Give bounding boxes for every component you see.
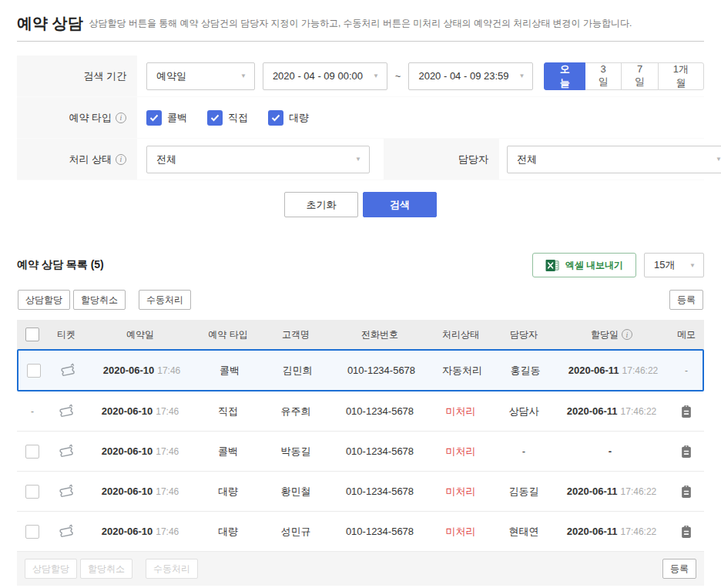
excel-icon — [545, 259, 559, 272]
table-row[interactable]: 2020-06-1017:46 콜백 김민희 010-1234-5678 자동처… — [17, 349, 704, 391]
unassign-button-disabled[interactable]: 할당취소 — [80, 559, 132, 579]
select-all-checkbox[interactable] — [25, 328, 39, 341]
customer-name: 성민규 — [260, 525, 331, 539]
reset-button[interactable]: 초기화 — [284, 192, 358, 217]
manager-select[interactable]: 전체 ▼ — [507, 146, 721, 173]
customer-name: 유주희 — [260, 405, 331, 418]
column-memo: 메모 — [669, 328, 704, 341]
status-text: 미처리 — [428, 405, 493, 418]
quick-button-today[interactable]: 오늘 — [544, 62, 585, 90]
column-phone: 전화번호 — [331, 328, 428, 341]
chevron-down-icon: ▼ — [355, 156, 361, 163]
chevron-down-icon: ▼ — [716, 156, 721, 163]
row-checkbox[interactable] — [25, 485, 39, 499]
table-row[interactable]: 2020-06-1017:46 대량 성민규 010-1234-5678 미처리… — [17, 512, 704, 552]
info-icon[interactable] — [116, 113, 126, 123]
page-size-select[interactable]: 15개 ▼ — [644, 253, 704, 277]
search-button[interactable]: 검색 — [363, 192, 437, 217]
status-text: 자동처리 — [430, 364, 495, 378]
filter-row-type: 예약 타입 콜백 직접 — [17, 97, 704, 139]
checkbox-checked-icon[interactable] — [146, 110, 162, 126]
register-button[interactable]: 등록 — [662, 559, 696, 579]
page-description: 상담할당 버튼을 통해 예약 상담건의 담당자 지정이 가능하고, 수동처리 버… — [89, 17, 632, 31]
row-checkbox[interactable] — [27, 364, 41, 378]
search-actions: 초기화 검색 — [17, 192, 704, 217]
customer-name: 황민철 — [260, 485, 331, 499]
checkbox-checked-icon[interactable] — [207, 110, 223, 126]
assigned-datetime: 2020-06-1117:46:22 — [555, 526, 669, 537]
manual-process-button[interactable]: 수동처리 — [139, 290, 191, 310]
reservation-type: 콜백 — [196, 445, 260, 459]
row-checkbox[interactable] — [25, 445, 39, 459]
filter-panel: 검색 기간 예약일 ▼ 2020 - 04 - 09 00:00 ▼ ~ 202… — [17, 55, 704, 180]
filter-label-manager: 담당자 — [384, 139, 499, 180]
excel-export-button[interactable]: 엑셀 내보내기 — [532, 253, 636, 277]
info-icon[interactable] — [622, 329, 632, 340]
quick-button-1month[interactable]: 1개월 — [658, 62, 704, 90]
memo-icon[interactable] — [679, 444, 693, 459]
column-assigned-date: 할당일 — [555, 328, 669, 341]
period-field-select[interactable]: 예약일 ▼ — [146, 62, 255, 90]
ticket-icon[interactable] — [56, 522, 76, 541]
reserved-datetime: 2020-06-1017:46 — [86, 365, 197, 376]
filter-label-type: 예약 타입 — [17, 97, 137, 138]
assign-button[interactable]: 상담할당 — [18, 290, 70, 310]
page-title: 예약 상담 — [17, 15, 83, 31]
manager-name: 김동길 — [493, 485, 555, 499]
page-header: 예약 상담 상담할당 버튼을 통해 예약 상담건의 담당자 지정이 가능하고, … — [17, 0, 704, 42]
date-to-select[interactable]: 2020 - 04 - 09 23:59 ▼ — [408, 62, 533, 90]
checkbox-callback: 콜백 — [146, 110, 187, 126]
filter-row-period: 검색 기간 예약일 ▼ 2020 - 04 - 09 00:00 ▼ ~ 202… — [17, 55, 704, 97]
filter-label-status: 처리 상태 — [17, 139, 137, 180]
status-text: 미처리 — [428, 525, 493, 539]
filter-row-status: 처리 상태 전체 ▼ 담당자 전체 ▼ — [17, 139, 704, 180]
column-type: 예약 타입 — [196, 328, 260, 341]
assigned-datetime: 2020-06-1117:46:22 — [555, 486, 669, 497]
table-row[interactable]: 2020-06-1017:46 콜백 박동길 010-1234-5678 미처리… — [17, 432, 704, 472]
assigned-datetime: 2020-06-1117:46:22 — [556, 365, 670, 376]
date-range-separator: ~ — [395, 70, 401, 82]
table-row[interactable]: 2020-06-1017:46 대량 황민철 010-1234-5678 미처리… — [17, 472, 704, 512]
phone-number: 010-1234-5678 — [331, 445, 428, 457]
reservation-table: 티켓 예약일 예약 타입 고객명 전화번호 처리상태 담당자 할당일 메모 — [17, 320, 704, 552]
quick-button-7days[interactable]: 7일 — [621, 62, 658, 90]
column-reserved-date: 예약일 — [85, 328, 196, 341]
ticket-icon[interactable] — [56, 482, 76, 501]
table-row[interactable]: - 2020-06-1017:46 직접 유주희 010-1234-5678 미… — [17, 391, 704, 432]
memo-icon[interactable] — [679, 404, 693, 419]
ticket-icon[interactable] — [56, 442, 76, 461]
ticket-icon[interactable] — [56, 402, 76, 421]
column-manager: 담당자 — [493, 328, 555, 341]
phone-number: 010-1234-5678 — [331, 526, 428, 537]
quick-range-group: 오늘 3일 7일 1개월 — [544, 62, 704, 90]
checkbox-checked-icon[interactable] — [268, 110, 283, 126]
list-header: 예약 상담 목록 (5) 엑셀 내보내기 15개 ▼ — [17, 253, 704, 277]
customer-name: 김민희 — [262, 364, 333, 378]
assigned-datetime: 2020-06-1117:46:22 — [555, 405, 669, 417]
table-body: 2020-06-1017:46 콜백 김민희 010-1234-5678 자동처… — [17, 349, 704, 552]
phone-number: 010-1234-5678 — [333, 365, 430, 376]
quick-button-3days[interactable]: 3일 — [585, 62, 622, 90]
assigned-datetime: - — [555, 445, 669, 457]
status-text: 미처리 — [428, 485, 493, 499]
manager-name: 홍길동 — [495, 364, 556, 378]
row-checkbox[interactable] — [25, 525, 39, 539]
memo-icon[interactable] — [679, 524, 693, 539]
reserved-datetime: 2020-06-1017:46 — [85, 405, 196, 417]
table-toolbar-top: 상담할당 할당취소 수동처리 등록 — [17, 285, 704, 314]
checkbox-direct: 직접 — [207, 110, 248, 126]
register-button[interactable]: 등록 — [669, 290, 703, 310]
reservation-type: 콜백 — [197, 364, 262, 378]
manual-process-button-disabled[interactable]: 수동처리 — [146, 559, 198, 579]
customer-name: 박동길 — [260, 445, 331, 459]
status-select[interactable]: 전체 ▼ — [146, 146, 370, 173]
date-from-select[interactable]: 2020 - 04 - 09 00:00 ▼ — [263, 62, 387, 90]
info-icon[interactable] — [116, 154, 126, 165]
reservation-type: 대량 — [196, 525, 260, 539]
assign-button-disabled[interactable]: 상담할당 — [25, 559, 77, 579]
unassign-button[interactable]: 할당취소 — [73, 290, 126, 310]
manager-name: - — [493, 445, 555, 457]
memo-icon[interactable] — [679, 484, 693, 499]
ticket-icon[interactable] — [58, 361, 78, 380]
reserved-datetime: 2020-06-1017:46 — [85, 445, 196, 457]
